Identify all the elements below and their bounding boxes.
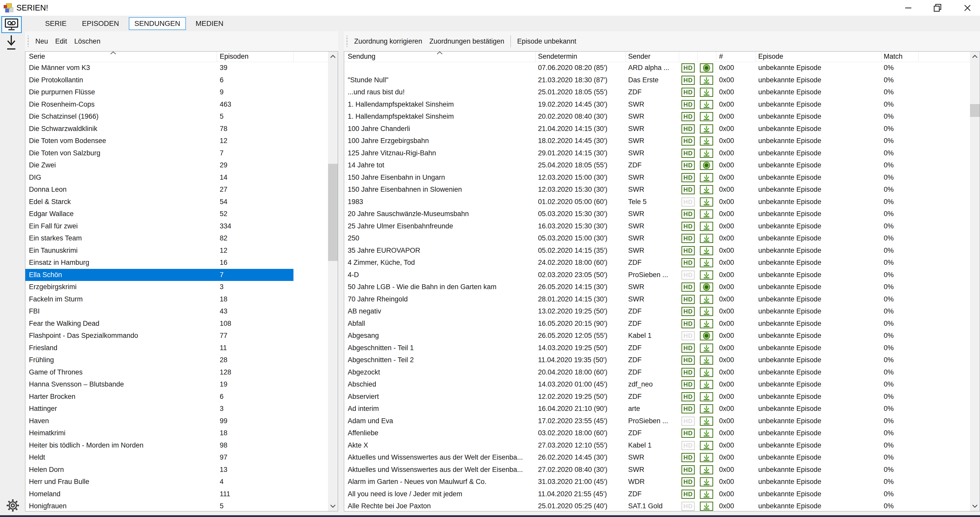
- action-box[interactable]: [700, 63, 713, 73]
- series-row[interactable]: Erzgebirgskrimi 3: [25, 281, 328, 293]
- action-box[interactable]: [700, 502, 713, 511]
- action-box[interactable]: [700, 356, 713, 365]
- action-box[interactable]: [700, 258, 713, 267]
- column-header-sendung[interactable]: Sendung: [348, 51, 375, 62]
- sendung-row[interactable]: 150 Jahre Eisenbahnen in Slowenien 12.03…: [344, 184, 970, 196]
- column-header-sendetermin[interactable]: Sendetermin: [538, 51, 577, 62]
- sendung-row[interactable]: Akte X 27.03.2020 12:10 (55') Kabel 1 HD…: [344, 439, 970, 452]
- action-box[interactable]: [700, 149, 713, 158]
- settings-button[interactable]: [6, 498, 20, 513]
- sendung-row[interactable]: 150 Jahre Eisenbahn in Ungarn 12.03.2020…: [344, 171, 970, 184]
- series-row[interactable]: Die Männer vom K3 39: [25, 62, 328, 74]
- series-row[interactable]: Fackeln im Sturm 18: [25, 293, 328, 306]
- series-scrollbar[interactable]: [328, 51, 338, 511]
- action-box[interactable]: [700, 441, 713, 450]
- sendung-row[interactable]: Adam und Eva 17.02.2020 23:55 (45') ProS…: [344, 415, 970, 427]
- sendung-row[interactable]: Affenliebe 03.02.2020 18:00 (60') ZDF HD…: [344, 427, 970, 439]
- action-box[interactable]: [700, 76, 713, 85]
- sendung-row[interactable]: 70 Jahre Rheingold 28.01.2020 14:15 (30'…: [344, 293, 970, 306]
- column-header-episode[interactable]: Episode: [758, 51, 783, 62]
- series-row[interactable]: Ein Fall für zwei 334: [25, 220, 328, 233]
- minimize-button[interactable]: [897, 0, 920, 16]
- action-box[interactable]: [700, 429, 713, 438]
- column-divider[interactable]: [535, 51, 536, 62]
- sendung-row[interactable]: "Stunde Null" 21.03.2020 18:30 (87') Das…: [344, 74, 970, 86]
- action-box[interactable]: [700, 392, 713, 401]
- sendung-row[interactable]: AB negativ 13.02.2020 19:25 (50') ZDF HD…: [344, 305, 970, 318]
- action-box[interactable]: [700, 380, 713, 389]
- column-divider[interactable]: [716, 51, 716, 62]
- action-box[interactable]: [700, 222, 713, 231]
- series-row[interactable]: FBI 43: [25, 305, 328, 318]
- action-box[interactable]: [700, 209, 713, 219]
- series-row[interactable]: Homeland 111: [25, 488, 328, 500]
- series-row[interactable]: Haven 99: [25, 415, 328, 427]
- sendung-row[interactable]: All you need is love / Jeder mit jedem 1…: [344, 488, 970, 500]
- series-row[interactable]: DIG 14: [25, 171, 328, 184]
- series-row[interactable]: Heiter bis tödlich - Morden im Norden 98: [25, 439, 328, 452]
- action-box[interactable]: [700, 319, 713, 328]
- action-box[interactable]: [700, 100, 713, 109]
- action-box[interactable]: [700, 477, 713, 487]
- action-box[interactable]: [700, 161, 713, 170]
- series-row[interactable]: Edgar Wallace 52: [25, 208, 328, 220]
- sendung-row[interactable]: 100 Jahre Chanderli 21.04.2020 14:15 (30…: [344, 123, 970, 135]
- action-box[interactable]: [700, 490, 713, 499]
- action-box[interactable]: [700, 465, 713, 474]
- sendung-row[interactable]: Alle Rechte bei Joe Paxton 25.01.2020 05…: [344, 500, 970, 511]
- column-divider[interactable]: [216, 51, 217, 62]
- series-row[interactable]: Heimatkrimi 18: [25, 427, 328, 439]
- series-row[interactable]: Die Toten von Salzburg 7: [25, 147, 328, 160]
- action-box[interactable]: [700, 246, 713, 255]
- restore-button[interactable]: [926, 0, 950, 16]
- action-box[interactable]: [700, 404, 713, 413]
- action-box[interactable]: [700, 88, 713, 97]
- action-box[interactable]: [700, 295, 713, 304]
- sendung-row[interactable]: Abschied 14.03.2020 01:00 (45') zdf_neo …: [344, 378, 970, 391]
- action-box[interactable]: [700, 343, 713, 353]
- close-button[interactable]: [956, 0, 979, 16]
- scroll-down-icon[interactable]: [970, 501, 980, 511]
- action-box[interactable]: [700, 234, 713, 243]
- sendung-row[interactable]: 4 Zimmer, Küche, Tod 24.02.2020 18:00 (6…: [344, 257, 970, 269]
- scroll-up-icon[interactable]: [328, 51, 338, 61]
- series-row[interactable]: Die Toten vom Bodensee 12: [25, 135, 328, 147]
- sendung-row[interactable]: Aktuelles und Wissenswertes aus der Welt…: [344, 452, 970, 464]
- action-box[interactable]: [700, 197, 713, 207]
- sendung-row[interactable]: 4-D 02.03.2020 23:05 (50') ProSieben ...…: [344, 269, 970, 281]
- toolbar-button-episode-unbekannt[interactable]: Episode unbekannt: [514, 34, 580, 48]
- sendung-row[interactable]: Alarm im Garten - Neues von Maulwurf & C…: [344, 476, 970, 488]
- series-row[interactable]: Ein Taunuskrimi 12: [25, 244, 328, 257]
- action-box[interactable]: [700, 307, 713, 316]
- sendung-row[interactable]: 250 05.03.2020 15:00 (30') SWR HD 0x00 u…: [344, 232, 970, 244]
- series-row[interactable]: Die Protokollantin 6: [25, 74, 328, 86]
- action-box[interactable]: [700, 416, 713, 426]
- sendung-row[interactable]: Abgezockt 20.04.2020 18:00 (60') ZDF HD …: [344, 366, 970, 378]
- menu-item-episoden[interactable]: EPISODEN: [76, 17, 125, 30]
- toolbar-grip-icon[interactable]: [346, 36, 348, 47]
- toolbar-grip-icon[interactable]: [27, 36, 29, 47]
- sendungen-scrollbar[interactable]: [970, 51, 980, 511]
- sendung-row[interactable]: 100 Jahre Erzgebirgsbahn 18.02.2020 14:4…: [344, 135, 970, 147]
- series-row[interactable]: Heldt 97: [25, 452, 328, 464]
- column-header-serie[interactable]: Serie: [29, 51, 45, 62]
- sendung-row[interactable]: 1. Hallendampfspektakel Sinsheim 19.02.2…: [344, 99, 970, 111]
- series-row[interactable]: Die Schwarzwaldklinik 78: [25, 123, 328, 135]
- sendung-row[interactable]: 125 Jahre Vitznau-Rigi-Bahn 29.01.2020 1…: [344, 147, 970, 160]
- series-row[interactable]: Edel & Starck 54: [25, 196, 328, 208]
- action-box[interactable]: [700, 173, 713, 182]
- toolbar-button-zuordnung-korrigieren[interactable]: Zuordnung korrigieren: [350, 34, 426, 48]
- series-row[interactable]: Die Schatzinsel (1966) 5: [25, 110, 328, 123]
- menu-item-medien[interactable]: MEDIEN: [190, 17, 229, 30]
- sendung-row[interactable]: 25 Jahre Ulmer Eisenbahnfreunde 16.03.20…: [344, 220, 970, 233]
- sendung-row[interactable]: Abgesang 26.05.2020 12:05 (55') Kabel 1 …: [344, 330, 970, 342]
- column-divider[interactable]: [697, 51, 698, 62]
- series-row[interactable]: Herr und Frau Bulle 4: [25, 476, 328, 488]
- toolbar-button-edit[interactable]: Edit: [52, 34, 71, 48]
- sendung-row[interactable]: 35 Jahre EUROVAPOR 05.02.2020 14:15 (35'…: [344, 244, 970, 257]
- column-divider[interactable]: [625, 51, 626, 62]
- sendung-row[interactable]: Ad interim 16.04.2020 21:10 (90') arte H…: [344, 403, 970, 415]
- series-row[interactable]: Helen Dorn 13: [25, 464, 328, 476]
- download-all-button[interactable]: [6, 34, 17, 51]
- menu-item-serie[interactable]: SERIE: [40, 17, 72, 30]
